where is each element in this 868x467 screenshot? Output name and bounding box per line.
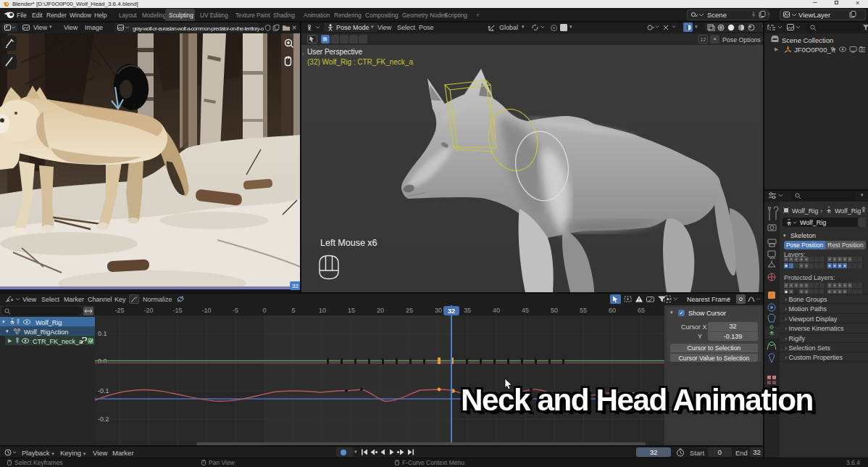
svg-text:-0.2: -0.2 bbox=[98, 416, 109, 423]
svg-text:-0.1: -0.1 bbox=[98, 387, 109, 394]
svg-text:15: 15 bbox=[348, 307, 355, 314]
svg-text:-20: -20 bbox=[143, 307, 153, 314]
svg-text:10: 10 bbox=[319, 307, 326, 314]
svg-text:30: 30 bbox=[435, 307, 442, 314]
svg-text:›: › bbox=[302, 51, 304, 57]
svg-text:55: 55 bbox=[580, 307, 587, 314]
svg-text:25: 25 bbox=[406, 307, 413, 314]
svg-text:User Perspective: User Perspective bbox=[307, 48, 363, 56]
svg-text:(32) Wolf_Rig : CTR_FK_neck_a: (32) Wolf_Rig : CTR_FK_neck_a bbox=[307, 58, 413, 66]
svg-text:32: 32 bbox=[292, 283, 299, 289]
svg-text:5: 5 bbox=[291, 307, 295, 314]
svg-text:-15: -15 bbox=[172, 307, 182, 314]
svg-text:-25: -25 bbox=[114, 307, 124, 314]
svg-text:40: 40 bbox=[493, 307, 500, 314]
svg-text:20: 20 bbox=[377, 307, 384, 314]
svg-text:Left Mouse x6: Left Mouse x6 bbox=[320, 238, 377, 248]
svg-text:45: 45 bbox=[522, 307, 529, 314]
svg-text:-10: -10 bbox=[201, 307, 211, 314]
svg-text:50: 50 bbox=[551, 307, 558, 314]
svg-text:60: 60 bbox=[609, 307, 616, 314]
svg-text:0.1: 0.1 bbox=[98, 330, 107, 337]
svg-text:32: 32 bbox=[448, 307, 455, 315]
svg-text:65: 65 bbox=[638, 307, 645, 314]
svg-text:-5: -5 bbox=[233, 307, 238, 314]
svg-text:0: 0 bbox=[262, 307, 266, 314]
svg-text:35: 35 bbox=[464, 307, 471, 314]
